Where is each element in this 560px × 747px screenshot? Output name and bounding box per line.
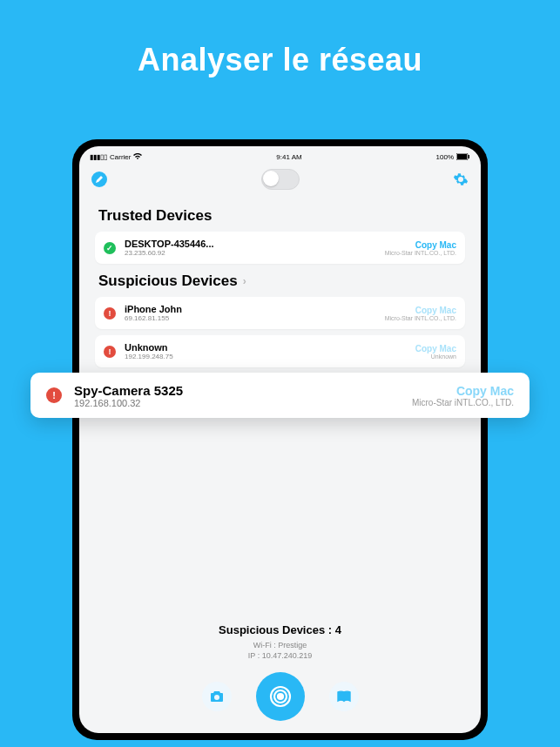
alert-icon: ! (104, 346, 116, 358)
copy-mac-button[interactable]: Copy Mac (415, 344, 456, 353)
svg-rect-1 (457, 154, 467, 159)
device-ip: 192.168.100.32 (74, 398, 412, 408)
device-vendor: Micro-Star iNTL.CO., LTD. (412, 398, 514, 407)
device-row[interactable]: ! iPhone John 69.162.81.155 Copy Mac Mic… (95, 297, 465, 329)
device-vendor: Unknown (415, 353, 456, 360)
status-bar: ▮▮▮▯▯ Carrier 9:41 AM 100% (79, 146, 481, 164)
device-name: Unknown (125, 342, 415, 353)
copy-mac-button[interactable]: Copy Mac (385, 306, 456, 315)
alert-icon: ! (46, 387, 62, 403)
marketing-headline: Analyser le réseau (0, 0, 560, 78)
alert-icon: ! (104, 307, 116, 320)
carrier-label: Carrier (110, 153, 131, 161)
wifi-name: Wi-Fi : Prestige (79, 640, 481, 651)
battery-icon (456, 153, 470, 160)
edit-button[interactable] (91, 172, 107, 187)
device-ip: 69.162.81.155 (125, 314, 385, 322)
device-row[interactable]: ✓ DESKTOP-435446... 23.235.60.92 Copy Ma… (95, 232, 465, 264)
svg-rect-2 (469, 155, 470, 158)
battery-pct: 100% (436, 153, 454, 161)
suspicious-section-title: Suspicious Devices › (98, 273, 465, 290)
device-name: DESKTOP-435446... (125, 239, 385, 249)
app-screen: ▮▮▮▯▯ Carrier 9:41 AM 100% (79, 146, 481, 733)
local-ip: IP : 10.47.240.219 (79, 650, 481, 662)
footer-panel: Suspicious Devices : 4 Wi-Fi : Prestige … (79, 623, 481, 721)
svg-point-3 (278, 694, 283, 699)
settings-button[interactable] (453, 172, 469, 187)
clock: 9:41 AM (276, 153, 301, 161)
highlighted-device-row[interactable]: ! Spy-Camera 5325 192.168.100.32 Copy Ma… (30, 373, 530, 418)
tablet-frame: ▮▮▮▯▯ Carrier 9:41 AM 100% (72, 139, 488, 740)
check-icon: ✓ (104, 242, 116, 254)
camera-button[interactable] (202, 682, 232, 711)
wifi-icon (133, 153, 142, 160)
main-toggle[interactable] (261, 169, 300, 190)
copy-mac-button[interactable]: Copy Mac (385, 240, 456, 250)
device-row[interactable]: ! Unknown 192.199.248.75 Copy Mac Unknow… (95, 335, 465, 367)
signal-icon: ▮▮▮▯▯ (90, 153, 107, 161)
device-name: Spy-Camera 5325 (74, 383, 412, 398)
device-name: iPhone John (125, 304, 385, 314)
device-ip: 23.235.60.92 (125, 249, 385, 257)
copy-mac-button[interactable]: Copy Mac (412, 384, 514, 398)
device-ip: 192.199.248.75 (125, 353, 415, 360)
chevron-right-icon: › (243, 275, 246, 287)
device-vendor: Micro-Star INTL.CO., LTD. (385, 250, 456, 256)
suspicious-count: Suspicious Devices : 4 (79, 623, 481, 636)
app-header (79, 164, 481, 199)
guide-button[interactable] (329, 682, 359, 711)
trusted-section-title: Trusted Devices (98, 207, 465, 225)
scan-button[interactable] (256, 672, 305, 721)
device-vendor: Micro-Star INTL.CO., LTD. (385, 315, 456, 321)
